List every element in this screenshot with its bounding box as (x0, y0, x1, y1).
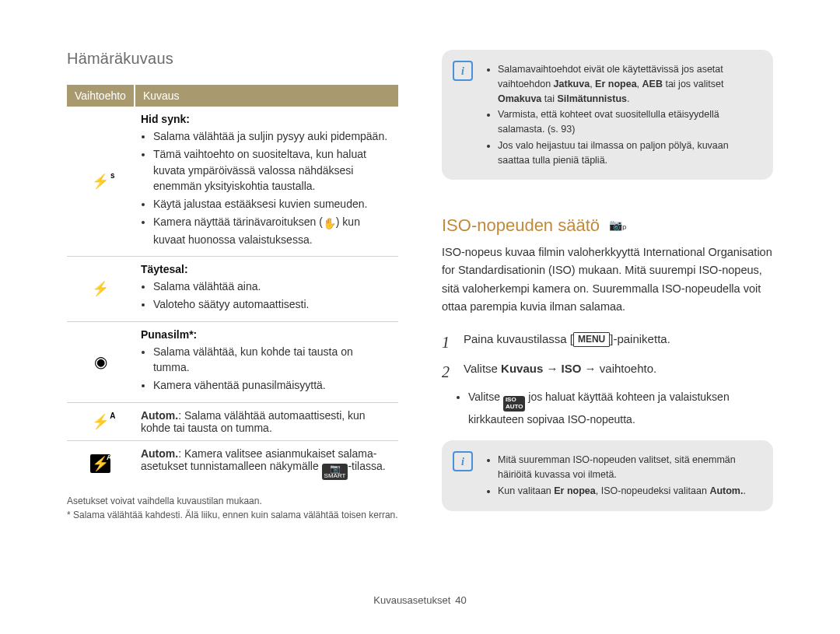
iso-auto-icon: ISOAUTO (503, 396, 526, 412)
chapter-title: Hämäräkuvaus (67, 50, 398, 68)
note-box-1: i Salamavaihtoehdot eivät ole käytettävi… (442, 50, 773, 180)
page-footer: Kuvausasetukset40 (0, 594, 840, 606)
table-row: ⚡ Hid synk: Salama välähtää ja suljin py… (67, 107, 398, 257)
row-desc: Täytesal: Salama välähtää aina. Valoteho… (135, 257, 398, 322)
table-row: ⚡ Autom.: Kamera valitsee asianmukaiset … (67, 440, 398, 486)
table-row: ⚡ Täytesal: Salama välähtää aina. Valote… (67, 257, 398, 322)
red-eye-icon: ◉ (67, 321, 135, 402)
note-box-2: i Mitä suuremman ISO-nopeuden valitset, … (442, 440, 773, 510)
table-row: ⚡ Autom.: Salama välähtää automaattisest… (67, 402, 398, 440)
table-footnotes: Asetukset voivat vaihdella kuvaustilan m… (67, 494, 398, 522)
smart-auto-icon: 📷SMART (322, 464, 348, 480)
flash-auto-icon: ⚡ (67, 402, 135, 440)
iso-paragraph: ISO-nopeus kuvaa filmin valoherkkyyttä I… (442, 243, 773, 316)
row-desc: Punasilm*: Salama välähtää, kun kohde ta… (135, 321, 398, 402)
table-row: ◉ Punasilm*: Salama välähtää, kun kohde … (67, 321, 398, 402)
right-column: i Salamavaihtoehdot eivät ole käytettävi… (442, 50, 773, 522)
row-desc: Hid synk: Salama välähtää ja suljin pysy… (135, 107, 398, 257)
section-title: ISO-nopeuden säätö 📷ₚ (442, 215, 773, 236)
flash-options-table: Vaihtoehto Kuvaus ⚡ Hid synk: Salama väl… (67, 85, 398, 486)
flash-fill-icon: ⚡ (67, 257, 135, 322)
menu-button-label: MENU (573, 332, 610, 347)
row-desc: Autom.: Salama välähtää automaattisesti,… (135, 402, 398, 440)
page-content: Hämäräkuvaus Vaihtoehto Kuvaus ⚡ Hid syn… (0, 0, 840, 522)
col-option-header: Vaihtoehto (67, 85, 135, 107)
step-2-sub: Valitse ISOAUTO jos haluat käyttää kohte… (442, 389, 773, 428)
note-icon: i (453, 61, 473, 81)
step-1: 1 Paina kuvaustilassa [MENU]-painiketta. (442, 330, 773, 355)
left-column: Hämäräkuvaus Vaihtoehto Kuvaus ⚡ Hid syn… (67, 50, 398, 522)
note-icon: i (453, 451, 473, 471)
flash-slow-sync-icon: ⚡ (67, 107, 135, 257)
step-2: 2 Valitse Kuvaus → ISO → vaihtoehto. (442, 359, 773, 384)
flash-auto-smart-icon: ⚡ (67, 440, 135, 486)
row-desc: Autom.: Kamera valitsee asianmukaiset sa… (135, 440, 398, 486)
mode-p-icon: 📷ₚ (609, 219, 627, 231)
hand-shake-icon: ✋ (323, 215, 336, 231)
col-desc-header: Kuvaus (135, 85, 398, 107)
